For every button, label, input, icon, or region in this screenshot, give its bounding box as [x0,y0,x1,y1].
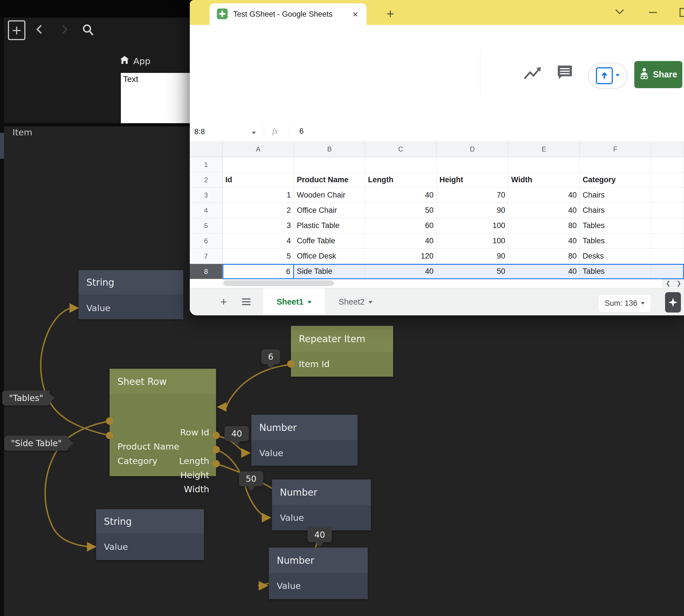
cell-B5[interactable]: Plastic Table [294,218,365,234]
port-dot-width[interactable] [212,460,220,467]
cell-F5[interactable]: Tables [580,218,651,234]
cell-G2[interactable] [651,172,684,188]
cell-C8[interactable]: 40 [365,264,437,279]
port-category[interactable]: Category [117,455,158,467]
cell-C3[interactable]: 40 [365,188,437,203]
text-component-preview[interactable]: Text [121,73,190,123]
cell-F1[interactable] [580,157,651,172]
cell-E1[interactable] [508,157,580,172]
formula-input[interactable]: 6 [299,127,303,136]
row-header-7[interactable]: 7 [190,249,223,264]
cell-E4[interactable]: 40 [508,203,580,218]
node-number-2[interactable]: Number Value [272,480,371,530]
port-dot-item-id[interactable] [287,360,295,368]
cell-F4[interactable]: Chairs [580,203,651,218]
col-header-F[interactable]: F [580,141,651,157]
scroll-right-icon[interactable]: ❯ [673,279,684,287]
port-dot-product-name[interactable] [106,417,113,425]
cell-B6[interactable]: Coffe Table [294,234,365,249]
port-width[interactable]: Width [184,483,209,495]
port-dot-length[interactable] [212,432,220,439]
cell-F3[interactable]: Chairs [580,188,651,203]
row-header-4[interactable]: 4 [190,203,223,218]
cell-A8[interactable]: 6 [223,264,294,279]
col-header-A[interactable]: A [223,141,294,157]
cell-G6[interactable] [651,234,684,249]
cell-F6[interactable]: Tables [580,234,651,249]
explore-button[interactable] [665,292,681,312]
add-sheet-icon[interactable]: + [216,294,232,310]
cell-B3[interactable]: Wooden Chair [294,188,365,203]
cell-C5[interactable]: 60 [365,218,437,234]
cell-D8[interactable]: 50 [437,264,508,279]
cell-C4[interactable]: 50 [365,203,437,218]
port-item-id[interactable]: Item Id [299,358,329,370]
back-chevron-icon[interactable] [34,24,45,35]
cell-B7[interactable]: Office Desk [294,249,365,264]
port-value[interactable]: Value [280,512,304,524]
window-restore-chevron-icon[interactable] [613,6,626,18]
cell-F7[interactable]: Desks [580,249,651,264]
port-height[interactable]: Height [180,469,209,481]
cell-E8[interactable]: 40 [508,264,580,279]
row-header-5[interactable]: 5 [190,218,223,234]
cell-D6[interactable]: 100 [437,234,508,249]
item-label[interactable]: Item [13,127,32,137]
node-repeater-item[interactable]: Repeater Item Item Id [291,326,393,377]
port-value[interactable]: Value [104,541,128,553]
port-value[interactable]: Value [86,302,110,314]
row-header-6[interactable]: 6 [190,234,223,249]
port-product-name[interactable]: Product Name [117,441,179,453]
cell-C6[interactable]: 40 [365,234,437,249]
cell-D7[interactable]: 90 [437,249,508,264]
all-sheets-icon[interactable] [238,294,254,310]
window-maximize-icon[interactable] [678,7,684,19]
share-button[interactable]: Share [634,61,682,88]
cell-E7[interactable]: 80 [508,249,580,264]
cell-A1[interactable] [223,157,294,172]
name-box-caret-icon[interactable] [252,132,256,136]
forward-chevron-icon[interactable] [59,24,70,35]
select-all-corner[interactable] [190,141,223,157]
tab-sheet1[interactable]: Sheet1 [263,288,325,315]
horizontal-scrollbar[interactable] [223,280,334,286]
node-string-top[interactable]: String Value [78,270,183,319]
port-length[interactable]: Length [179,455,209,467]
spark-trend-icon[interactable] [523,65,543,83]
cell-F8[interactable]: Tables [580,264,651,279]
browser-tab[interactable]: Test GSheet - Google Sheets × [209,3,367,25]
row-header-2[interactable]: 2 [190,172,223,188]
row-header-1[interactable]: 1 [190,157,223,172]
comment-icon[interactable] [556,64,574,83]
spreadsheet-grid[interactable]: ABCDEF12IdProduct NameLengthHeightWidthC… [190,141,684,288]
cell-D5[interactable]: 100 [437,218,508,234]
cell-A2[interactable]: Id [223,172,294,188]
node-sheet-row[interactable]: Sheet Row Row Id Product Name Category L… [110,369,216,476]
port-value[interactable]: Value [277,580,301,592]
cell-A4[interactable]: 2 [223,203,294,218]
col-header-D[interactable]: D [437,141,508,157]
app-label[interactable]: App [133,56,151,66]
new-tab-icon[interactable]: + [384,7,396,20]
cell-F2[interactable]: Category [580,172,651,188]
sum-status[interactable]: Sum: 136 [598,294,651,312]
cell-D4[interactable]: 90 [437,203,508,218]
cell-E6[interactable]: 40 [508,234,580,249]
port-dot-height[interactable] [212,446,220,453]
cell-E3[interactable]: 40 [508,188,580,203]
present-button[interactable] [588,63,627,89]
cell-A7[interactable]: 5 [223,249,294,264]
node-number-3[interactable]: Number Value [269,548,368,599]
tab-sheet2[interactable]: Sheet2 [325,288,386,315]
port-row-id[interactable]: Row Id [180,426,209,438]
col-header-B[interactable]: B [294,141,365,157]
node-number-1[interactable]: Number Value [251,415,358,466]
port-value[interactable]: Value [259,447,283,459]
cell-G3[interactable] [651,188,684,203]
cell-D3[interactable]: 70 [437,188,508,203]
cell-A3[interactable]: 1 [223,188,294,203]
port-dot-category[interactable] [106,432,113,439]
col-header-C[interactable]: C [365,141,437,157]
col-header-partial[interactable] [651,141,684,157]
row-header-8[interactable]: 8 [190,264,223,279]
